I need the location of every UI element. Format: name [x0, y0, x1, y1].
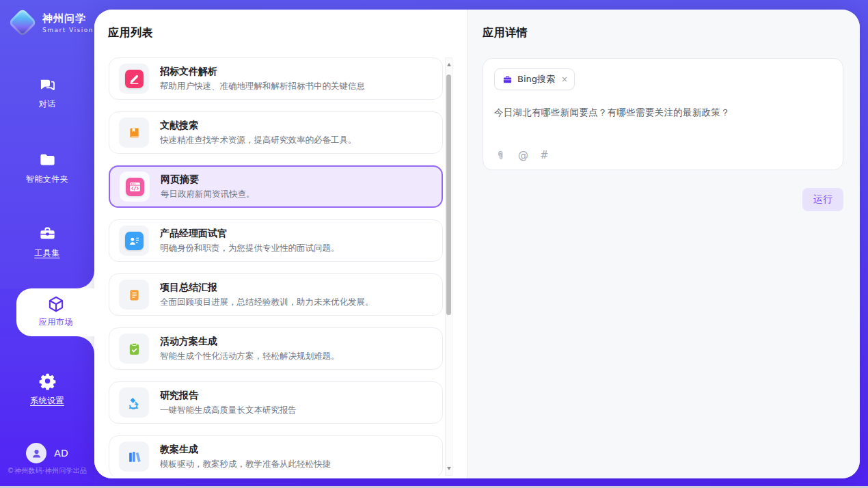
logo-title: 神州问学	[42, 12, 94, 25]
sidebar-item-app-market[interactable]: 应用市场	[16, 288, 96, 336]
user-account[interactable]: AD	[0, 443, 94, 463]
scroll-down-icon[interactable]	[447, 467, 451, 470]
app-card-item[interactable]: 招标文件解析 帮助用户快速、准确地理解和解析招标书中的关键信息	[109, 57, 443, 100]
sidebar-item-smart-folders[interactable]: 智能文件夹	[0, 150, 94, 185]
main-content: 应用列表 招标文件解析 帮助用户快速、准确地理解和解析招标书中的关键信息 文献搜…	[94, 10, 860, 478]
scrollbar[interactable]	[445, 57, 452, 476]
paperclip-icon[interactable]	[495, 150, 506, 161]
gear-icon	[38, 372, 57, 390]
app-list-panel: 应用列表 招标文件解析 帮助用户快速、准确地理解和解析招标书中的关键信息 文献搜…	[94, 10, 467, 478]
app-card-item[interactable]: 研究报告 一键智能生成高质量长文本研究报告	[109, 381, 443, 424]
microscope-icon	[125, 394, 144, 412]
cube-icon	[46, 295, 66, 314]
app-card-desc: 模板驱动，教案秒成，教学准备从此轻松快捷	[160, 459, 331, 470]
user-icon	[30, 447, 43, 460]
app-card-title: 招标文件解析	[160, 66, 365, 78]
browser-icon	[126, 178, 144, 196]
app-list-title: 应用列表	[108, 26, 153, 40]
app-card-title: 网页摘要	[161, 174, 255, 186]
app-card-desc: 智能生成个性化活动方案，轻松解决规划难题。	[160, 351, 340, 362]
app-card-title: 教案生成	[160, 444, 331, 456]
copyright-footer: ©神州数码·神州问学出品	[0, 466, 94, 476]
run-button[interactable]: 运行	[802, 188, 843, 211]
app-card-item[interactable]: 活动方案生成 智能生成个性化活动方案，轻松解决规划难题。	[109, 327, 443, 370]
tool-chip-label: Bing搜索	[517, 73, 555, 85]
book-icon	[125, 124, 144, 142]
tool-chip-bing-search[interactable]: Bing搜索 ×	[494, 68, 575, 90]
sidebar-background-lower	[0, 336, 94, 488]
app-card-item[interactable]: 产品经理面试官 明确身份和职责，为您提供专业性的面试问题。	[109, 219, 443, 262]
app-card-desc: 每日政府新闻资讯快查。	[161, 189, 255, 200]
clipboard-check-icon	[125, 340, 144, 358]
chat-icon	[38, 75, 57, 94]
app-card-title: 活动方案生成	[160, 336, 340, 348]
app-card-desc: 全面回顾项目进展，总结经验教训，助力未来优化发展。	[160, 297, 374, 308]
folder-icon	[38, 150, 57, 169]
prompt-card[interactable]: Bing搜索 × 今日湖北有哪些新闻要点？有哪些需要关注的最新政策？ @ #	[483, 58, 843, 170]
chip-close-icon[interactable]: ×	[561, 74, 568, 84]
sidebar-item-chat[interactable]: 对话	[0, 75, 94, 110]
logo-diamond-icon	[8, 8, 37, 37]
app-card-item[interactable]: 教案生成 模板驱动，教案秒成，教学准备从此轻松快捷	[109, 435, 443, 476]
report-note-icon	[125, 286, 144, 304]
app-list: 招标文件解析 帮助用户快速、准确地理解和解析招标书中的关键信息 文献搜索 快速精…	[109, 57, 443, 476]
hash-icon[interactable]: #	[540, 149, 549, 161]
app-card-title: 研究报告	[160, 390, 297, 402]
briefcase-icon	[502, 74, 513, 85]
sidebar-item-system-settings[interactable]: 系统设置	[0, 372, 94, 407]
app-detail-title: 应用详情	[483, 26, 843, 40]
toolbox-icon	[38, 224, 57, 243]
scroll-up-icon[interactable]	[447, 63, 451, 66]
app-card-selected[interactable]: 网页摘要 每日政府新闻资讯快查。	[109, 165, 443, 208]
app-card-desc: 明确身份和职责，为您提供专业性的面试问题。	[160, 243, 340, 254]
app-logo: 神州问学 Smart Vision	[10, 10, 94, 36]
logo-subtitle: Smart Vision	[42, 27, 94, 33]
query-text[interactable]: 今日湖北有哪些新闻要点？有哪些需要关注的最新政策？	[494, 107, 832, 119]
app-card-title: 产品经理面试官	[160, 228, 340, 240]
interview-icon	[125, 232, 144, 250]
user-name: AD	[54, 448, 68, 459]
app-detail-panel: 应用详情 Bing搜索 × 今日湖北有哪些新闻要点？有哪些需要关注的最新政策？ …	[467, 10, 860, 478]
app-card-title: 项目总结汇报	[160, 282, 374, 294]
attachment-toolbar: @ #	[495, 149, 549, 161]
app-card-desc: 一键智能生成高质量长文本研究报告	[160, 405, 297, 416]
app-card-desc: 快速精准查找学术资源，提高研究效率的必备工具。	[160, 135, 357, 146]
doc-edit-icon	[125, 70, 144, 88]
at-icon[interactable]: @	[518, 149, 528, 161]
app-card-desc: 帮助用户快速、准确地理解和解析招标书中的关键信息	[160, 81, 365, 92]
app-card-title: 文献搜索	[160, 120, 357, 132]
sidebar-item-toolset[interactable]: 工具集	[0, 224, 94, 259]
avatar	[26, 443, 46, 463]
scrollbar-thumb[interactable]	[446, 74, 451, 315]
app-card-item[interactable]: 项目总结汇报 全面回顾项目进展，总结经验教训，助力未来优化发展。	[109, 273, 443, 316]
books-icon	[125, 448, 144, 466]
app-card-item[interactable]: 文献搜索 快速精准查找学术资源，提高研究效率的必备工具。	[109, 111, 443, 154]
